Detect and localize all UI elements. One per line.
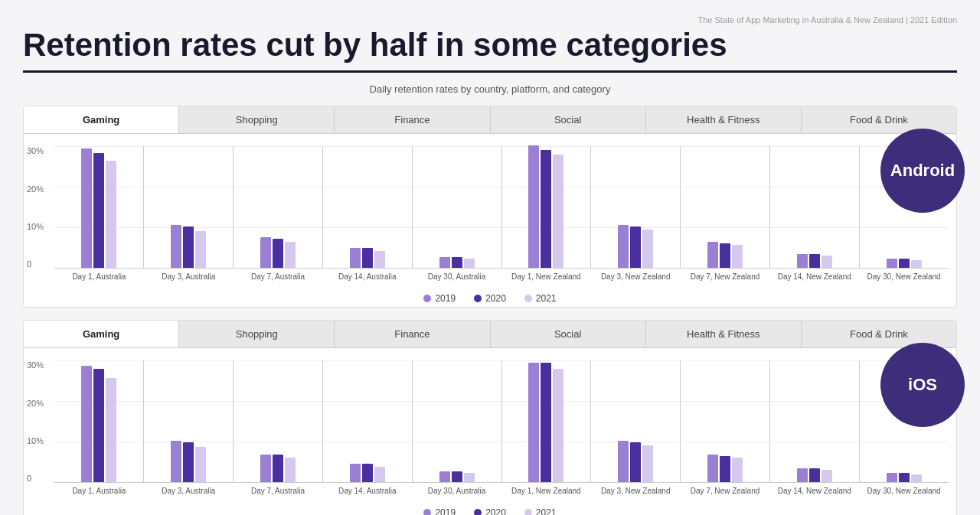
bar-6-0 [618, 441, 629, 482]
bar-1-0 [171, 441, 181, 482]
bar-group-3 [323, 360, 412, 482]
bar-8-0 [797, 468, 808, 482]
bar-0-0 [81, 366, 92, 482]
ios-badge: iOS [880, 343, 965, 427]
android-chart-area: 0 10% 20% 30% Day 1, AustraliaDay 3, Aus… [24, 134, 956, 287]
tab-gaming-ios[interactable]: Gaming [24, 321, 179, 347]
android-chart-wrapper: Gaming Shopping Finance Social Health & … [23, 106, 957, 308]
ios-legend-label-2020: 2020 [485, 507, 506, 515]
x-label-6: Day 3, New Zealand [591, 272, 681, 282]
tab-finance-android[interactable]: Finance [335, 106, 490, 133]
bar-8-1 [809, 468, 820, 482]
bar-group-8 [770, 360, 859, 482]
bar-6-2 [642, 230, 653, 268]
legend-dot-2020 [474, 295, 482, 302]
y-label-30: 30% [27, 146, 44, 155]
tab-finance-ios[interactable]: Finance [335, 321, 490, 347]
ios-legend-label-2021: 2021 [536, 507, 557, 515]
bar-1-1 [183, 442, 194, 482]
bar-7-2 [732, 245, 743, 268]
bar-group-7 [681, 360, 769, 482]
bar-2-0 [260, 455, 271, 482]
x-label-3: Day 14, Australia [322, 486, 412, 496]
x-label-1: Day 3, Australia [144, 486, 234, 496]
ios-legend-dot-2021 [524, 509, 532, 515]
bar-9-0 [887, 473, 897, 482]
tab-health-ios[interactable]: Health & Fitness [646, 321, 802, 347]
ios-y-label-20: 20% [27, 399, 44, 408]
ios-legend-dot-2020 [474, 509, 482, 515]
legend-2020-android: 2020 [474, 293, 506, 304]
bar-0-2 [106, 161, 116, 268]
legend-2020-ios: 2020 [474, 507, 506, 515]
bar-5-1 [541, 363, 551, 482]
chart-subtitle: Daily retention rates by country, platfo… [23, 83, 957, 95]
x-label-0: Day 1, Australia [54, 486, 144, 496]
x-label-7: Day 7, New Zealand [681, 486, 770, 496]
bar-5-2 [553, 369, 564, 482]
bar-3-1 [362, 464, 373, 482]
tab-social-android[interactable]: Social [491, 106, 646, 133]
android-label: Android [890, 161, 955, 181]
bar-8-2 [822, 256, 832, 268]
x-label-6: Day 3, New Zealand [591, 486, 681, 496]
x-label-8: Day 14, New Zealand [769, 272, 859, 282]
bar-1-2 [195, 447, 206, 482]
x-label-8: Day 14, New Zealand [769, 486, 859, 496]
x-label-2: Day 7, Australia [234, 272, 323, 282]
tab-shopping-android[interactable]: Shopping [179, 106, 335, 133]
tab-health-android[interactable]: Health & Fitness [646, 106, 802, 133]
bar-8-1 [809, 254, 820, 268]
android-chart: Gaming Shopping Finance Social Health & … [23, 106, 957, 308]
ios-y-label-10: 10% [27, 436, 44, 445]
y-label-20: 20% [27, 184, 44, 194]
bar-group-6 [591, 146, 680, 268]
legend-label-2020: 2020 [485, 293, 506, 304]
bar-4-1 [452, 257, 462, 268]
ios-bars-section [54, 360, 949, 483]
tab-social-ios[interactable]: Social [491, 321, 646, 347]
bar-1-0 [171, 225, 181, 268]
bar-8-2 [822, 470, 832, 482]
x-label-9: Day 30, New Zealand [859, 272, 949, 282]
bar-7-1 [720, 243, 730, 268]
ios-legend: 2019 2020 2021 [24, 501, 956, 515]
bar-7-1 [720, 456, 730, 482]
bar-6-0 [618, 225, 629, 268]
bar-group-0 [54, 146, 143, 268]
tabs-row-ios: Gaming Shopping Finance Social Health & … [24, 321, 956, 348]
ios-y-label-30: 30% [27, 360, 44, 370]
bar-2-2 [285, 242, 296, 268]
tab-gaming-android[interactable]: Gaming [24, 106, 179, 133]
legend-label-2019: 2019 [435, 293, 456, 304]
bar-group-0 [54, 360, 143, 482]
bar-5-0 [528, 363, 539, 482]
bar-3-2 [374, 467, 385, 482]
ios-chart-wrapper: Gaming Shopping Finance Social Health & … [23, 320, 957, 515]
bar-1-1 [183, 227, 194, 268]
tab-shopping-ios[interactable]: Shopping [179, 321, 335, 347]
x-label-0: Day 1, Australia [54, 272, 144, 282]
bar-group-1 [144, 146, 233, 268]
bar-group-5 [502, 360, 591, 482]
legend-dot-2019 [423, 295, 431, 302]
x-label-4: Day 30, Australia [412, 486, 501, 496]
bar-group-2 [234, 360, 322, 482]
android-bars-section [54, 146, 949, 269]
bar-9-0 [887, 259, 897, 268]
ios-legend-dot-2019 [423, 509, 431, 515]
ios-x-labels: Day 1, AustraliaDay 3, AustraliaDay 7, A… [54, 486, 949, 496]
legend-label-2021: 2021 [536, 293, 557, 304]
android-badge: Android [880, 129, 965, 213]
bar-5-1 [541, 150, 551, 268]
y-label-0: 0 [27, 259, 44, 269]
x-label-3: Day 14, Australia [322, 272, 412, 282]
bar-group-4 [413, 360, 501, 482]
legend-dot-2021 [524, 295, 532, 302]
bar-group-8 [770, 146, 859, 268]
bar-group-2 [234, 146, 322, 268]
bar-group-4 [413, 146, 501, 268]
bar-4-0 [439, 471, 450, 482]
bar-9-1 [899, 259, 910, 268]
x-label-9: Day 30, New Zealand [859, 486, 949, 496]
